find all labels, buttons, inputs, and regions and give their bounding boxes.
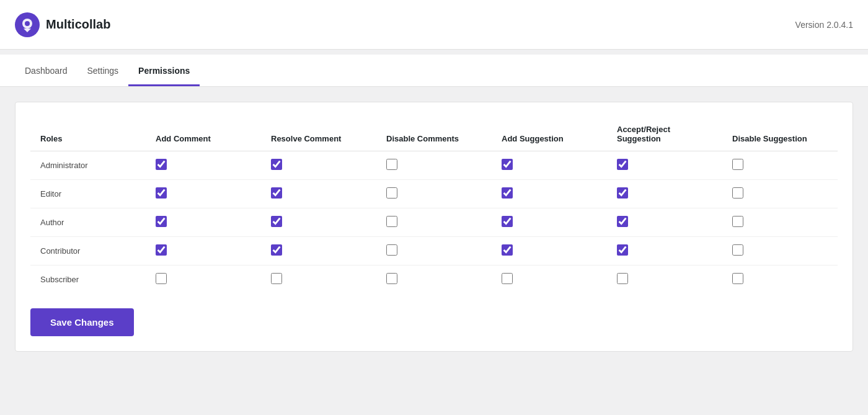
checkbox-contributor-disable_suggestion[interactable] — [732, 244, 743, 256]
col-header-disable-comments: Disable Comments — [376, 117, 492, 151]
nav-bar: Dashboard Settings Permissions — [0, 55, 868, 87]
col-header-roles: Roles — [30, 117, 146, 151]
tab-dashboard[interactable]: Dashboard — [15, 57, 78, 86]
perm-cell-subscriber-disable_comments — [376, 266, 492, 294]
col-header-resolve-comment: Resolve Comment — [261, 117, 376, 151]
permissions-table: Roles Add Comment Resolve Comment Disabl… — [30, 117, 838, 293]
checkbox-editor-accept_reject_suggestion[interactable] — [617, 187, 628, 199]
checkbox-subscriber-resolve_comment[interactable] — [271, 273, 282, 284]
checkbox-subscriber-accept_reject_suggestion[interactable] — [617, 273, 628, 284]
checkbox-author-add_comment[interactable] — [156, 216, 167, 227]
perm-cell-subscriber-accept_reject_suggestion — [607, 266, 722, 294]
perm-cell-contributor-accept_reject_suggestion — [607, 237, 722, 266]
logo-area: Multicollab — [15, 12, 110, 37]
role-label-author: Author — [30, 208, 146, 237]
perm-cell-editor-resolve_comment — [261, 180, 376, 208]
perm-cell-contributor-resolve_comment — [261, 237, 376, 266]
col-header-accept-reject-suggestion: Accept/Reject Suggestion — [607, 117, 722, 151]
checkbox-administrator-disable_suggestion[interactable] — [732, 159, 743, 170]
perm-cell-administrator-disable_suggestion — [722, 151, 838, 180]
svg-point-2 — [25, 21, 30, 26]
perm-cell-contributor-disable_suggestion — [722, 237, 838, 266]
perm-cell-author-add_comment — [146, 208, 261, 237]
content-card: Roles Add Comment Resolve Comment Disabl… — [15, 102, 853, 352]
table-row: Contributor — [30, 237, 838, 266]
perm-cell-author-add_suggestion — [492, 208, 607, 237]
table-row: Administrator — [30, 151, 838, 180]
perm-cell-contributor-disable_comments — [376, 237, 492, 266]
perm-cell-author-disable_comments — [376, 208, 492, 237]
perm-cell-author-accept_reject_suggestion — [607, 208, 722, 237]
perm-cell-contributor-add_suggestion — [492, 237, 607, 266]
checkbox-administrator-add_comment[interactable] — [156, 159, 167, 170]
checkbox-editor-disable_suggestion[interactable] — [732, 187, 743, 199]
checkbox-administrator-add_suggestion[interactable] — [502, 159, 513, 170]
checkbox-editor-add_suggestion[interactable] — [502, 187, 513, 199]
role-label-contributor: Contributor — [30, 237, 146, 266]
perm-cell-administrator-resolve_comment — [261, 151, 376, 180]
table-row: Editor — [30, 180, 838, 208]
table-header-row: Roles Add Comment Resolve Comment Disabl… — [30, 117, 838, 151]
main-content: Roles Add Comment Resolve Comment Disabl… — [0, 87, 868, 367]
table-row: Author — [30, 208, 838, 237]
perm-cell-editor-accept_reject_suggestion — [607, 180, 722, 208]
perm-cell-subscriber-add_comment — [146, 266, 261, 294]
checkbox-contributor-resolve_comment[interactable] — [271, 244, 282, 256]
role-label-editor: Editor — [30, 180, 146, 208]
perm-cell-editor-disable_comments — [376, 180, 492, 208]
checkbox-editor-add_comment[interactable] — [156, 187, 167, 199]
checkbox-author-add_suggestion[interactable] — [502, 216, 513, 227]
checkbox-administrator-accept_reject_suggestion[interactable] — [617, 159, 628, 170]
perm-cell-subscriber-resolve_comment — [261, 266, 376, 294]
role-label-administrator: Administrator — [30, 151, 146, 180]
perm-cell-subscriber-disable_suggestion — [722, 266, 838, 294]
checkbox-subscriber-disable_comments[interactable] — [386, 273, 397, 284]
perm-cell-editor-disable_suggestion — [722, 180, 838, 208]
logo-icon — [15, 12, 40, 37]
tab-permissions[interactable]: Permissions — [128, 57, 200, 86]
checkbox-administrator-disable_comments[interactable] — [386, 159, 397, 170]
checkbox-subscriber-add_comment[interactable] — [156, 273, 167, 284]
role-label-subscriber: Subscriber — [30, 266, 146, 294]
checkbox-contributor-disable_comments[interactable] — [386, 244, 397, 256]
perm-cell-subscriber-add_suggestion — [492, 266, 607, 294]
perm-cell-contributor-add_comment — [146, 237, 261, 266]
save-changes-button[interactable]: Save Changes — [30, 308, 134, 336]
app-header: Multicollab Version 2.0.4.1 — [0, 0, 868, 50]
checkbox-author-resolve_comment[interactable] — [271, 216, 282, 227]
checkbox-contributor-add_comment[interactable] — [156, 244, 167, 256]
table-row: Subscriber — [30, 266, 838, 294]
perm-cell-administrator-add_suggestion — [492, 151, 607, 180]
perm-cell-administrator-add_comment — [146, 151, 261, 180]
col-header-disable-suggestion: Disable Suggestion — [722, 117, 838, 151]
col-header-add-comment: Add Comment — [146, 117, 261, 151]
checkbox-contributor-add_suggestion[interactable] — [502, 244, 513, 256]
tab-settings[interactable]: Settings — [78, 57, 129, 86]
checkbox-contributor-accept_reject_suggestion[interactable] — [617, 244, 628, 256]
perm-cell-author-resolve_comment — [261, 208, 376, 237]
checkbox-subscriber-disable_suggestion[interactable] — [732, 273, 743, 284]
col-header-add-suggestion: Add Suggestion — [492, 117, 607, 151]
checkbox-author-accept_reject_suggestion[interactable] — [617, 216, 628, 227]
checkbox-editor-disable_comments[interactable] — [386, 187, 397, 199]
checkbox-author-disable_comments[interactable] — [386, 216, 397, 227]
checkbox-subscriber-add_suggestion[interactable] — [502, 273, 513, 284]
checkbox-author-disable_suggestion[interactable] — [732, 216, 743, 227]
perm-cell-administrator-disable_comments — [376, 151, 492, 180]
checkbox-editor-resolve_comment[interactable] — [271, 187, 282, 199]
perm-cell-editor-add_suggestion — [492, 180, 607, 208]
checkbox-administrator-resolve_comment[interactable] — [271, 159, 282, 170]
app-name: Multicollab — [46, 17, 110, 32]
perm-cell-author-disable_suggestion — [722, 208, 838, 237]
version-label: Version 2.0.4.1 — [795, 20, 853, 30]
perm-cell-editor-add_comment — [146, 180, 261, 208]
perm-cell-administrator-accept_reject_suggestion — [607, 151, 722, 180]
